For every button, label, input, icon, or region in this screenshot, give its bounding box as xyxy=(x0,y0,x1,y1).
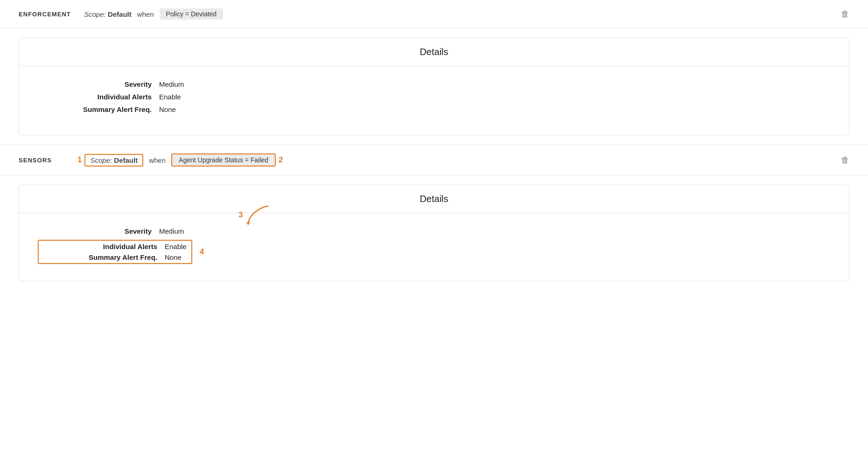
sensors-details-body: Severity Medium 3 Individual Alerts Enab… xyxy=(19,213,849,281)
enforcement-summary-row: Summary Alert Freq. None xyxy=(38,105,830,113)
sensors-summary-value: None xyxy=(165,253,182,261)
sensors-label: SENSORS xyxy=(19,157,75,164)
annotation-4: 4 xyxy=(200,247,204,257)
enforcement-details-body: Severity Medium Individual Alerts Enable… xyxy=(19,66,849,135)
enforcement-scope: Scope: Default xyxy=(84,10,132,18)
sensors-alerts-row: Individual Alerts Enable xyxy=(43,243,187,250)
sensors-scope-value: Default xyxy=(114,156,138,164)
sensors-condition-badge: Agent Upgrade Status = Failed xyxy=(171,153,276,167)
enforcement-header: ENFORCEMENT Scope: Default when Policy =… xyxy=(0,0,868,28)
enforcement-summary-value: None xyxy=(159,105,176,113)
enforcement-alerts-label: Individual Alerts xyxy=(38,93,159,101)
sensors-summary-row: Summary Alert Freq. None xyxy=(43,253,187,261)
sensors-when: when xyxy=(149,156,166,164)
annotation-2: 2 xyxy=(279,155,283,165)
enforcement-alerts-value: Enable xyxy=(159,93,181,101)
sensors-outlined-group: Individual Alerts Enable Summary Alert F… xyxy=(38,240,830,264)
sensors-details-card: Details Severity Medium 3 xyxy=(19,185,849,281)
enforcement-delete-icon[interactable]: 🗑 xyxy=(841,9,849,19)
sensors-header: SENSORS 1 Scope: Default when Agent Upgr… xyxy=(0,145,868,175)
enforcement-details-title: Details xyxy=(19,38,849,66)
enforcement-summary-label: Summary Alert Freq. xyxy=(38,105,159,113)
enforcement-severity-value: Medium xyxy=(159,80,184,88)
sensors-severity-label: Severity xyxy=(38,227,159,235)
page-container: ENFORCEMENT Scope: Default when Policy =… xyxy=(0,0,868,281)
enforcement-condition-badge: Policy = Deviated xyxy=(160,8,224,20)
annotation-1: 1 xyxy=(77,155,82,165)
enforcement-severity-label: Severity xyxy=(38,80,159,88)
svg-marker-0 xyxy=(246,222,250,225)
sensors-alerts-value: Enable xyxy=(165,243,187,250)
sensors-rows-box: Individual Alerts Enable Summary Alert F… xyxy=(38,240,192,264)
scope-value: Default xyxy=(108,10,132,18)
sensors-details-title: Details xyxy=(19,185,849,213)
sensors-scope-prefix: Scope: xyxy=(90,156,112,164)
sensors-delete-icon[interactable]: 🗑 xyxy=(841,155,849,165)
enforcement-label: ENFORCEMENT xyxy=(19,11,75,18)
annotation-3-num: 3 xyxy=(238,210,243,220)
annotation-3-container: 3 xyxy=(238,204,273,226)
sensors-severity-row: Severity Medium 3 xyxy=(38,227,830,235)
enforcement-alerts-row: Individual Alerts Enable xyxy=(38,93,830,101)
sensors-summary-label: Summary Alert Freq. xyxy=(43,253,165,261)
scope-prefix: Scope: xyxy=(84,10,106,18)
enforcement-when: when xyxy=(137,10,154,18)
enforcement-details-card: Details Severity Medium Individual Alert… xyxy=(19,38,849,135)
enforcement-severity-row: Severity Medium xyxy=(38,80,830,88)
sensors-scope-badge: Scope: Default xyxy=(84,154,143,167)
sensors-severity-value: Medium xyxy=(159,227,184,235)
sensors-alerts-label: Individual Alerts xyxy=(43,243,165,250)
annotation-3-arrow xyxy=(245,204,273,226)
